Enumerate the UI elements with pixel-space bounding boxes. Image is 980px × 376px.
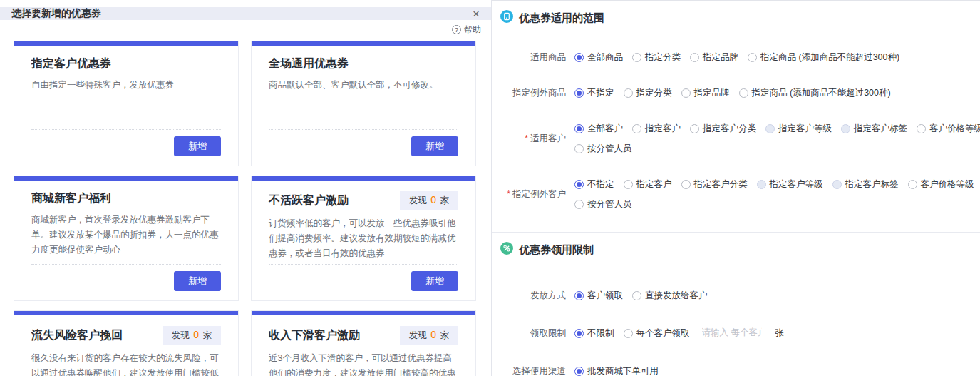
radio-icon [574, 88, 584, 98]
badge-prefix: 发现 [409, 195, 429, 205]
card-footer: 新增 [31, 264, 221, 291]
radio-icon [574, 291, 584, 300]
badge-suffix: 家 [438, 195, 449, 205]
card-title: 流失风险客户挽回 [31, 328, 123, 343]
radio-option[interactable]: 全部客户 [574, 123, 623, 135]
radio-icon [681, 88, 691, 98]
form-panel: 优惠券适用的范围适用商品全部商品指定分类指定品牌指定商品 (添加商品不能超过30… [492, 0, 980, 376]
radio-option[interactable]: 按分管人员 [574, 198, 632, 210]
radio-icon [574, 200, 584, 209]
badge-suffix: 家 [200, 330, 212, 340]
radio-option[interactable]: 指定品牌 [681, 87, 730, 99]
radio-option[interactable]: 指定客户分类 [681, 178, 748, 190]
radio-option[interactable]: 不限制 [574, 327, 614, 340]
radio-option[interactable]: 客户领取 [574, 290, 623, 302]
radio-option[interactable]: 指定客户标签 [841, 123, 907, 135]
radio-option-label: 指定商品 (添加商品不能超过300种) [760, 51, 899, 63]
radio-icon [624, 180, 633, 189]
radio-group: 不指定指定客户指定客户分类指定客户等级指定客户标签客户价格等级客户地区按分管部门… [574, 176, 980, 212]
form-section: 优惠券适用的范围适用商品全部商品指定分类指定品牌指定商品 (添加商品不能超过30… [500, 1, 980, 212]
section-rows: 发放方式客户领取直接发放给客户领取限制不限制每个客户领取张选择使用渠道批发商城下… [500, 288, 980, 376]
radio-option-label: 每个客户领取 [636, 327, 690, 340]
radio-dot [577, 55, 582, 60]
radio-group: 客户领取直接发放给客户 [574, 288, 708, 303]
card-description: 近3个月收入下滑的客户，可以通过优惠券提高他们的消费力度，建议发放使用门槛较高的… [269, 351, 458, 376]
radio-group-line: 批发商城下单可用 [574, 363, 659, 376]
radio-option-label: 指定品牌 [703, 51, 738, 63]
radio-option[interactable]: 客户价格等级 [908, 178, 974, 190]
radio-option[interactable]: 客户价格等级 [917, 123, 980, 135]
radio-icon [690, 124, 699, 133]
card-title-row: 全场通用优惠券 [269, 56, 458, 71]
row-label: *适用客户 [500, 133, 566, 145]
badge-count: 0 [192, 329, 200, 340]
radio-option[interactable]: 不指定 [574, 87, 614, 99]
limit-unit-label: 张 [775, 327, 785, 340]
form-row: 领取限制不限制每个客户领取张 [500, 325, 980, 341]
radio-group-line: 按分管人员 [574, 196, 980, 212]
radio-icon [632, 291, 641, 300]
radio-option-label: 全部商品 [587, 51, 623, 63]
section-title: 优惠券领用限制 [519, 243, 594, 257]
radio-option[interactable]: 指定客户等级 [757, 178, 823, 190]
close-icon[interactable]: × [473, 8, 480, 20]
radio-option[interactable]: 每个客户领取 [624, 327, 690, 340]
radio-icon [841, 124, 850, 133]
section-header: 优惠券适用的范围 [500, 1, 980, 26]
radio-icon [908, 180, 917, 189]
radio-option-label: 客户价格等级 [921, 178, 974, 190]
radio-option-label: 指定分类 [645, 51, 681, 63]
card-description: 商城新客户，首次登录发放优惠券激励客户下单。建议发放某个爆品的折扣券，大一点的优… [31, 213, 221, 258]
radio-dot [577, 293, 582, 298]
radio-dot [577, 91, 582, 96]
add-coupon-button[interactable]: 新增 [174, 271, 221, 291]
row-label-text: 指定例外商品 [512, 88, 566, 98]
badge-suffix: 家 [438, 330, 449, 340]
radio-option-label: 指定分类 [636, 87, 672, 99]
radio-option[interactable]: 指定商品 (添加商品不能超过300种) [748, 51, 899, 63]
help-link[interactable]: 帮助 [464, 24, 481, 36]
radio-icon [681, 180, 691, 189]
card-body: 指定客户优惠券自由指定一些特殊客户，发放优惠券新增 [14, 46, 238, 166]
add-coupon-button[interactable]: 新增 [174, 136, 221, 156]
radio-option-label: 客户领取 [587, 290, 623, 302]
radio-icon [632, 53, 641, 62]
radio-icon [632, 124, 641, 133]
add-coupon-button[interactable]: 新增 [411, 136, 458, 156]
radio-group-line: 不限制每个客户领取张 [574, 325, 784, 341]
radio-dot [577, 182, 582, 187]
radio-icon [765, 124, 775, 133]
coupon-card: 不活跃客户激励发现 0 家订货频率低的客户，可以发放一些优惠券吸引他们提高消费频… [251, 176, 476, 301]
per-customer-limit-input[interactable] [701, 326, 763, 340]
radio-option[interactable]: 指定品牌 [690, 51, 738, 63]
radio-option[interactable]: 指定分类 [624, 87, 672, 99]
radio-option-label: 指定客户等级 [778, 123, 832, 135]
coupon-card: 收入下滑客户激励发现 0 家近3个月收入下滑的客户，可以通过优惠券提高他们的消费… [251, 310, 476, 376]
radio-option[interactable]: 指定客户 [632, 123, 681, 135]
radio-option[interactable]: 指定客户标签 [832, 178, 899, 190]
radio-option[interactable]: 指定分类 [632, 51, 681, 63]
radio-icon [748, 53, 757, 62]
radio-option[interactable]: 指定客户 [624, 178, 672, 190]
radio-option[interactable]: 指定商品 (添加商品不能超过300种) [739, 87, 891, 99]
radio-option[interactable]: 不指定 [574, 178, 614, 190]
card-title-row: 流失风险客户挽回发现 0 家 [31, 326, 221, 345]
radio-option[interactable]: 指定客户等级 [765, 123, 832, 135]
radio-option[interactable]: 批发商城下单可用 [574, 365, 659, 376]
modal-title: 选择要新增的优惠券 [11, 7, 101, 20]
radio-option[interactable]: 指定客户分类 [690, 123, 756, 135]
radio-icon [832, 180, 842, 189]
add-coupon-button[interactable]: 新增 [411, 271, 458, 291]
radio-icon [917, 124, 926, 133]
radio-option[interactable]: 全部商品 [574, 51, 623, 63]
radio-option[interactable]: 按分管人员 [574, 143, 632, 155]
radio-option-label: 指定客户标签 [845, 178, 899, 190]
card-footer: 新增 [31, 129, 221, 156]
row-label-text: 指定例外客户 [512, 189, 566, 199]
radio-group-line: 不指定指定客户指定客户分类指定客户等级指定客户标签客户价格等级客户地区按分管部门 [574, 176, 980, 192]
radio-icon [574, 144, 584, 153]
required-asterisk: * [525, 133, 528, 143]
radio-option[interactable]: 直接发放给客户 [632, 290, 708, 302]
radio-option-label: 指定商品 (添加商品不能超过300种) [752, 87, 891, 99]
card-title-row: 商城新客户福利 [31, 191, 221, 206]
